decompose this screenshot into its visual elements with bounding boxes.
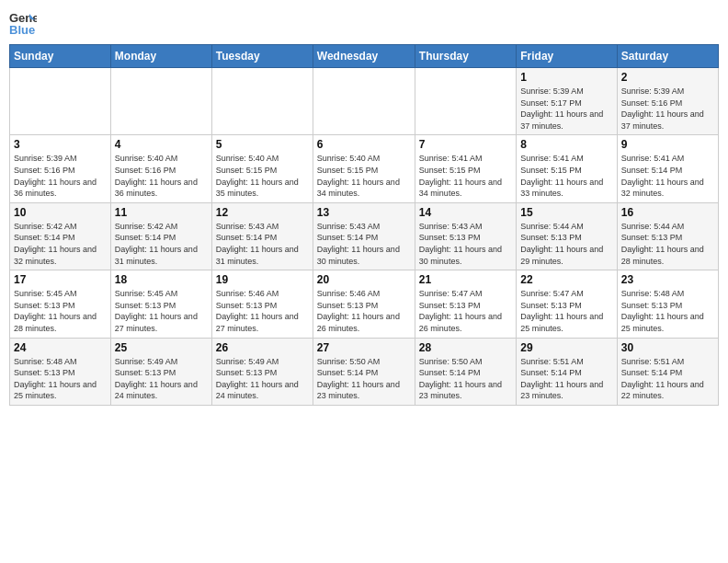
day-info: Sunrise: 5:48 AM Sunset: 5:13 PM Dayligh…: [621, 288, 714, 334]
day-info: Sunrise: 5:48 AM Sunset: 5:13 PM Dayligh…: [14, 356, 107, 402]
day-info: Sunrise: 5:43 AM Sunset: 5:14 PM Dayligh…: [216, 221, 309, 267]
day-info: Sunrise: 5:41 AM Sunset: 5:15 PM Dayligh…: [419, 153, 512, 199]
day-info: Sunrise: 5:44 AM Sunset: 5:13 PM Dayligh…: [520, 221, 612, 267]
day-number: 5: [216, 138, 309, 151]
day-number: 18: [115, 273, 208, 286]
calendar-cell: [10, 68, 111, 135]
calendar-cell: 2Sunrise: 5:39 AM Sunset: 5:16 PM Daylig…: [617, 68, 718, 135]
day-info: Sunrise: 5:46 AM Sunset: 5:13 PM Dayligh…: [216, 288, 309, 334]
calendar-cell: 21Sunrise: 5:47 AM Sunset: 5:13 PM Dayli…: [415, 270, 516, 338]
calendar-cell: 30Sunrise: 5:51 AM Sunset: 5:14 PM Dayli…: [617, 338, 718, 405]
calendar-week-row: 17Sunrise: 5:45 AM Sunset: 5:13 PM Dayli…: [10, 270, 719, 338]
calendar-cell: 28Sunrise: 5:50 AM Sunset: 5:14 PM Dayli…: [415, 338, 516, 405]
calendar-week-row: 1Sunrise: 5:39 AM Sunset: 5:17 PM Daylig…: [10, 68, 719, 135]
calendar-cell: [313, 68, 415, 135]
weekday-header: Friday: [517, 45, 617, 68]
calendar-cell: 13Sunrise: 5:43 AM Sunset: 5:14 PM Dayli…: [313, 202, 415, 270]
calendar-cell: 10Sunrise: 5:42 AM Sunset: 5:14 PM Dayli…: [10, 202, 111, 270]
day-number: 25: [115, 341, 208, 354]
day-info: Sunrise: 5:51 AM Sunset: 5:14 PM Dayligh…: [520, 356, 612, 402]
day-info: Sunrise: 5:39 AM Sunset: 5:16 PM Dayligh…: [621, 86, 714, 132]
calendar-cell: 3Sunrise: 5:39 AM Sunset: 5:16 PM Daylig…: [10, 135, 111, 202]
calendar-header: SundayMondayTuesdayWednesdayThursdayFrid…: [10, 45, 719, 68]
weekday-header: Wednesday: [313, 45, 415, 68]
calendar-cell: 26Sunrise: 5:49 AM Sunset: 5:13 PM Dayli…: [211, 338, 313, 405]
day-info: Sunrise: 5:47 AM Sunset: 5:13 PM Dayligh…: [419, 288, 512, 334]
calendar-cell: 17Sunrise: 5:45 AM Sunset: 5:13 PM Dayli…: [10, 270, 111, 338]
calendar-cell: 11Sunrise: 5:42 AM Sunset: 5:14 PM Dayli…: [110, 202, 211, 270]
day-info: Sunrise: 5:42 AM Sunset: 5:14 PM Dayligh…: [14, 221, 107, 267]
day-info: Sunrise: 5:45 AM Sunset: 5:13 PM Dayligh…: [14, 288, 107, 334]
calendar-cell: [415, 68, 516, 135]
calendar-body: 1Sunrise: 5:39 AM Sunset: 5:17 PM Daylig…: [10, 68, 719, 406]
day-info: Sunrise: 5:39 AM Sunset: 5:16 PM Dayligh…: [14, 153, 107, 199]
day-info: Sunrise: 5:43 AM Sunset: 5:13 PM Dayligh…: [419, 221, 512, 267]
day-info: Sunrise: 5:40 AM Sunset: 5:15 PM Dayligh…: [216, 153, 309, 199]
day-number: 6: [317, 138, 411, 151]
day-number: 23: [621, 273, 714, 286]
day-info: Sunrise: 5:47 AM Sunset: 5:13 PM Dayligh…: [520, 288, 612, 334]
day-number: 16: [621, 206, 714, 219]
calendar-cell: 20Sunrise: 5:46 AM Sunset: 5:13 PM Dayli…: [313, 270, 415, 338]
day-number: 28: [419, 341, 512, 354]
day-number: 10: [14, 206, 107, 219]
calendar-cell: 9Sunrise: 5:41 AM Sunset: 5:14 PM Daylig…: [617, 135, 718, 202]
calendar-cell: 22Sunrise: 5:47 AM Sunset: 5:13 PM Dayli…: [517, 270, 617, 338]
day-info: Sunrise: 5:49 AM Sunset: 5:13 PM Dayligh…: [216, 356, 309, 402]
day-info: Sunrise: 5:42 AM Sunset: 5:14 PM Dayligh…: [115, 221, 208, 267]
calendar-cell: 8Sunrise: 5:41 AM Sunset: 5:15 PM Daylig…: [517, 135, 617, 202]
day-info: Sunrise: 5:39 AM Sunset: 5:17 PM Dayligh…: [520, 86, 612, 132]
day-info: Sunrise: 5:45 AM Sunset: 5:13 PM Dayligh…: [115, 288, 208, 334]
day-info: Sunrise: 5:51 AM Sunset: 5:14 PM Dayligh…: [621, 356, 714, 402]
calendar-week-row: 24Sunrise: 5:48 AM Sunset: 5:13 PM Dayli…: [10, 338, 719, 405]
day-number: 21: [419, 273, 512, 286]
day-number: 22: [520, 273, 612, 286]
day-number: 27: [317, 341, 411, 354]
weekday-header: Monday: [110, 45, 211, 68]
day-number: 12: [216, 206, 309, 219]
day-info: Sunrise: 5:46 AM Sunset: 5:13 PM Dayligh…: [317, 288, 411, 334]
calendar-week-row: 10Sunrise: 5:42 AM Sunset: 5:14 PM Dayli…: [10, 202, 719, 270]
calendar-cell: 1Sunrise: 5:39 AM Sunset: 5:17 PM Daylig…: [517, 68, 617, 135]
calendar-cell: 23Sunrise: 5:48 AM Sunset: 5:13 PM Dayli…: [617, 270, 718, 338]
calendar-cell: 25Sunrise: 5:49 AM Sunset: 5:13 PM Dayli…: [110, 338, 211, 405]
calendar-cell: 6Sunrise: 5:40 AM Sunset: 5:15 PM Daylig…: [313, 135, 415, 202]
day-number: 3: [14, 138, 107, 151]
day-number: 8: [520, 138, 612, 151]
header: General Blue: [9, 9, 719, 37]
day-number: 14: [419, 206, 512, 219]
day-number: 26: [216, 341, 309, 354]
day-info: Sunrise: 5:41 AM Sunset: 5:14 PM Dayligh…: [621, 153, 714, 199]
day-number: 29: [520, 341, 612, 354]
day-number: 2: [621, 71, 714, 84]
calendar-table: SundayMondayTuesdayWednesdayThursdayFrid…: [9, 44, 719, 406]
calendar-cell: 19Sunrise: 5:46 AM Sunset: 5:13 PM Dayli…: [211, 270, 313, 338]
day-number: 11: [115, 206, 208, 219]
calendar-cell: 18Sunrise: 5:45 AM Sunset: 5:13 PM Dayli…: [110, 270, 211, 338]
day-info: Sunrise: 5:43 AM Sunset: 5:14 PM Dayligh…: [317, 221, 411, 267]
day-info: Sunrise: 5:44 AM Sunset: 5:13 PM Dayligh…: [621, 221, 714, 267]
day-info: Sunrise: 5:41 AM Sunset: 5:15 PM Dayligh…: [520, 153, 612, 199]
day-number: 4: [115, 138, 208, 151]
calendar-cell: 12Sunrise: 5:43 AM Sunset: 5:14 PM Dayli…: [211, 202, 313, 270]
day-number: 30: [621, 341, 714, 354]
svg-text:Blue: Blue: [9, 23, 35, 37]
calendar-cell: 24Sunrise: 5:48 AM Sunset: 5:13 PM Dayli…: [10, 338, 111, 405]
day-number: 9: [621, 138, 714, 151]
calendar-cell: [211, 68, 313, 135]
day-number: 24: [14, 341, 107, 354]
day-info: Sunrise: 5:50 AM Sunset: 5:14 PM Dayligh…: [317, 356, 411, 402]
calendar-cell: 16Sunrise: 5:44 AM Sunset: 5:13 PM Dayli…: [617, 202, 718, 270]
day-number: 15: [520, 206, 612, 219]
calendar-week-row: 3Sunrise: 5:39 AM Sunset: 5:16 PM Daylig…: [10, 135, 719, 202]
calendar-cell: 14Sunrise: 5:43 AM Sunset: 5:13 PM Dayli…: [415, 202, 516, 270]
weekday-header: Tuesday: [211, 45, 313, 68]
calendar-cell: 29Sunrise: 5:51 AM Sunset: 5:14 PM Dayli…: [517, 338, 617, 405]
weekday-header: Sunday: [10, 45, 111, 68]
calendar-cell: 5Sunrise: 5:40 AM Sunset: 5:15 PM Daylig…: [211, 135, 313, 202]
day-info: Sunrise: 5:50 AM Sunset: 5:14 PM Dayligh…: [419, 356, 512, 402]
calendar-cell: [110, 68, 211, 135]
logo-icon: General Blue: [9, 9, 37, 37]
day-number: 1: [520, 71, 612, 84]
calendar-cell: 27Sunrise: 5:50 AM Sunset: 5:14 PM Dayli…: [313, 338, 415, 405]
